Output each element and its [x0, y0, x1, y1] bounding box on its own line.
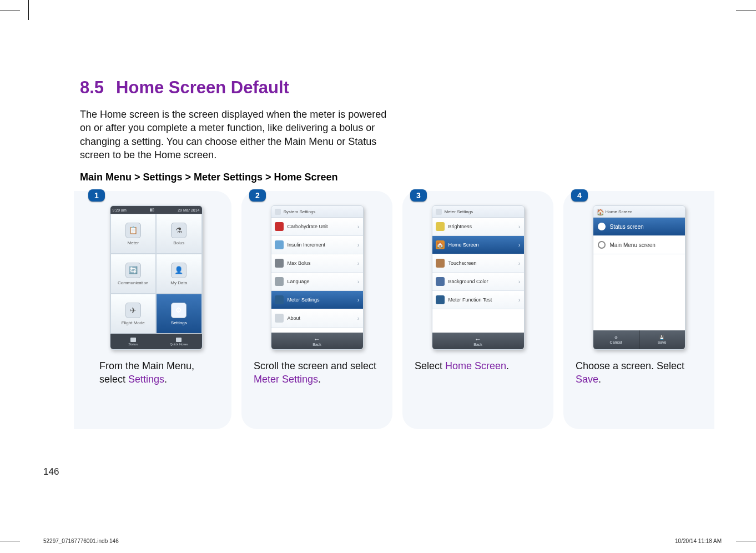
step-4: 4 Home Screen Status screen Main Menu sc… — [563, 191, 714, 429]
cancel-icon: ⊘ — [614, 335, 618, 340]
tab-quick-notes[interactable]: Quick Notes — [156, 334, 202, 349]
battery-icon: ▮▯ — [150, 208, 154, 212]
step-1-caption: From the Main Menu, select Settings. — [99, 360, 221, 386]
header-icon — [275, 209, 281, 215]
phone-meter-settings: Meter Settings Brightness› Home Screen› … — [432, 205, 525, 350]
row-label: Insulin Increment — [288, 242, 326, 248]
carb-icon — [275, 222, 284, 231]
phone-header: Meter Settings — [432, 206, 524, 218]
save-icon: 💾 — [659, 335, 664, 340]
section-heading: 8.5Home Screen Default — [80, 78, 715, 98]
step-4-caption: Choose a screen. Select Save. — [576, 360, 704, 386]
chevron-right-icon: › — [357, 296, 360, 303]
footer-timestamp: 10/20/14 11:18 AM — [675, 538, 722, 544]
save-button[interactable]: 💾Save — [639, 330, 685, 349]
radio-main-menu-screen[interactable]: Main Menu screen — [593, 236, 685, 254]
row-label: Home Screen — [448, 242, 479, 248]
tile-label: Meter — [128, 240, 139, 245]
tile-bolus[interactable]: Bolus — [156, 214, 202, 254]
chevron-right-icon: › — [357, 260, 360, 267]
quick-notes-icon — [176, 338, 182, 342]
phone-home-screen-select: Home Screen Status screen Main Menu scre… — [593, 205, 686, 350]
back-button[interactable]: ←Back — [432, 333, 524, 349]
step-3-caption: Select Home Screen. — [415, 360, 543, 373]
brightness-icon — [436, 222, 445, 231]
back-label: Back — [473, 343, 482, 346]
about-icon — [275, 314, 284, 323]
touchscreen-icon — [436, 259, 445, 268]
cancel-button[interactable]: ⊘Cancel — [593, 330, 639, 349]
step-1-badge: 1 — [88, 189, 105, 202]
tab-label: Quick Notes — [170, 343, 188, 346]
header-icon — [436, 209, 442, 215]
tile-label: My Data — [170, 280, 187, 285]
arrow-left-icon: ← — [475, 336, 481, 343]
menu-path: Main Menu > Settings > Meter Settings > … — [80, 172, 715, 183]
phone-main-menu: 9:29 am ▮▯ 29 Mar 2014 Meter Bolus Commu… — [110, 205, 203, 350]
tile-label: Settings — [171, 320, 187, 325]
step-2-caption: Scroll the screen and select Meter Setti… — [254, 360, 382, 386]
phone-status-bar: 9:29 am ▮▯ 29 Mar 2014 — [110, 206, 202, 214]
row-insulin-increment[interactable]: Insulin Increment› — [271, 236, 363, 254]
row-label: Meter Settings — [288, 297, 320, 303]
chevron-right-icon: › — [518, 296, 521, 303]
mydata-icon — [171, 263, 187, 278]
radio-status-screen[interactable]: Status screen — [593, 218, 685, 236]
radio-label: Main Menu screen — [610, 242, 656, 248]
section-number: 8.5 — [80, 78, 104, 97]
home-icon — [436, 240, 445, 249]
step-3-badge: 3 — [410, 189, 427, 202]
back-button[interactable]: ←Back — [271, 333, 363, 349]
page-number: 146 — [43, 466, 59, 477]
chevron-right-icon: › — [357, 315, 360, 321]
test-icon — [436, 295, 445, 304]
row-language[interactable]: Language› — [271, 273, 363, 291]
back-label: Back — [313, 343, 321, 346]
step-3: 3 Meter Settings Brightness› Home Screen… — [402, 191, 553, 429]
phone-date: 29 Mar 2014 — [178, 208, 199, 212]
row-max-bolus[interactable]: Max Bolus› — [271, 254, 363, 273]
step-2: 2 System Settings Carbohydrate Unit› Ins… — [241, 191, 392, 429]
row-touchscreen[interactable]: Touchscreen› — [432, 254, 524, 273]
phone-time: 9:29 am — [113, 208, 127, 212]
row-brightness[interactable]: Brightness› — [432, 218, 524, 236]
tile-settings[interactable]: Settings — [156, 294, 202, 334]
tab-status[interactable]: Status — [110, 334, 157, 349]
tile-label: Flight Mode — [122, 320, 145, 325]
row-home-screen[interactable]: Home Screen› — [432, 236, 524, 254]
meter-settings-icon — [275, 295, 284, 304]
maxbolus-icon — [275, 259, 284, 268]
bolus-icon — [171, 223, 187, 238]
tile-communication[interactable]: Communication — [110, 254, 157, 294]
header-title: Meter Settings — [445, 209, 473, 214]
chevron-right-icon: › — [518, 278, 521, 285]
row-label: About — [288, 315, 301, 321]
row-label: Brightness — [448, 224, 472, 229]
intro-paragraph: The Home screen is the screen displayed … — [80, 108, 391, 162]
row-background-color[interactable]: Background Color› — [432, 273, 524, 291]
row-label: Touchscreen — [448, 260, 477, 266]
row-meter-function-test[interactable]: Meter Function Test› — [432, 291, 524, 309]
row-about[interactable]: About› — [271, 309, 363, 328]
row-carbohydrate-unit[interactable]: Carbohydrate Unit› — [271, 218, 363, 236]
chevron-right-icon: › — [518, 242, 521, 248]
chevron-right-icon: › — [518, 260, 521, 267]
row-label: Meter Function Test — [448, 297, 492, 303]
chevron-right-icon: › — [357, 242, 360, 248]
tile-mydata[interactable]: My Data — [156, 254, 202, 294]
action-label: Cancel — [610, 340, 622, 344]
tab-label: Status — [128, 343, 138, 346]
phone-header: Home Screen — [593, 206, 685, 218]
tile-flight-mode[interactable]: Flight Mode — [110, 294, 157, 334]
row-label: Carbohydrate Unit — [288, 224, 328, 229]
row-label: Background Color — [448, 279, 488, 284]
step-4-badge: 4 — [571, 189, 588, 202]
communication-icon — [125, 263, 141, 278]
section-title-text: Home Screen Default — [116, 78, 289, 97]
tile-meter[interactable]: Meter — [110, 214, 157, 254]
tile-label: Bolus — [173, 240, 184, 245]
row-label: Language — [288, 279, 310, 284]
arrow-left-icon: ← — [314, 336, 320, 343]
chevron-right-icon: › — [518, 223, 521, 230]
row-meter-settings[interactable]: Meter Settings› — [271, 291, 363, 309]
